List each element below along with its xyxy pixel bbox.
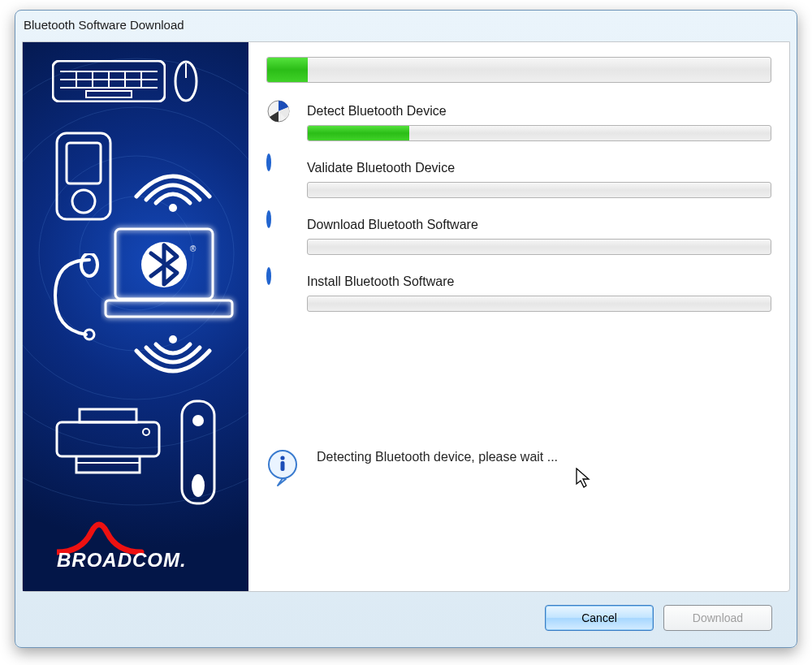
svg-rect-26 — [106, 300, 232, 317]
step-progress-bar — [307, 125, 771, 141]
svg-point-40 — [280, 456, 284, 460]
svg-point-19 — [72, 190, 95, 213]
download-button: Download — [663, 605, 772, 631]
step-progress-fill — [308, 126, 409, 140]
svg-rect-31 — [57, 422, 159, 456]
svg-rect-24 — [106, 300, 232, 317]
step-row: Validate Bluetooth Device — [266, 158, 771, 206]
svg-rect-9 — [86, 91, 132, 97]
svg-point-33 — [143, 429, 149, 435]
pie-progress-icon — [266, 99, 291, 123]
svg-rect-17 — [57, 133, 110, 219]
pending-step-icon — [266, 270, 291, 294]
svg-text:BROADCOM.: BROADCOM. — [57, 549, 187, 570]
svg-point-29 — [169, 335, 177, 343]
svg-point-35 — [192, 415, 204, 426]
headset-icon — [49, 253, 106, 343]
laptop-bluetooth-icon: ® — [101, 221, 239, 335]
step-label: Install Bluetooth Software — [307, 274, 771, 289]
pending-step-icon — [266, 156, 291, 180]
step-row: Install Bluetooth Software — [266, 271, 771, 320]
cancel-button[interactable]: Cancel — [545, 605, 654, 631]
step-label: Validate Bluetooth Device — [307, 161, 771, 175]
step-progress-bar — [307, 296, 771, 312]
svg-rect-18 — [67, 143, 101, 184]
step-row: Download Bluetooth Software — [266, 214, 771, 263]
svg-point-20 — [169, 204, 177, 212]
step-progress-bar — [307, 239, 771, 255]
info-icon — [266, 450, 299, 487]
pending-step-icon — [266, 213, 291, 237]
footer: Cancel Download — [22, 595, 790, 641]
overall-progress-fill — [267, 58, 308, 82]
status-text: Detecting Bluetooth device, please wait … — [317, 450, 558, 464]
svg-rect-30 — [80, 409, 136, 422]
left-art-panel: ® — [23, 42, 248, 591]
svg-point-21 — [81, 253, 97, 276]
svg-point-36 — [192, 474, 205, 497]
mouse-icon — [174, 60, 198, 102]
step-label: Download Bluetooth Software — [307, 218, 771, 232]
step-progress-bar — [307, 182, 771, 198]
svg-text:®: ® — [190, 244, 197, 253]
printer-icon — [55, 408, 161, 481]
bluetooth-download-window: Bluetooth Software Download — [15, 10, 797, 648]
step-label: Detect Bluetooth Device — [307, 104, 771, 119]
titlebar[interactable]: Bluetooth Software Download — [15, 11, 797, 38]
overall-progress-bar — [266, 57, 771, 83]
window-body: ® — [22, 41, 790, 592]
right-panel: Detect Bluetooth Device Validate Bluetoo… — [248, 42, 789, 591]
status-row: Detecting Bluetooth device, please wait … — [266, 450, 771, 487]
wifi-top-icon — [128, 148, 218, 213]
remote-icon — [180, 399, 216, 505]
window-title: Bluetooth Software Download — [24, 18, 184, 32]
keyboard-icon — [52, 60, 166, 102]
svg-rect-41 — [281, 461, 285, 471]
broadcom-logo-icon: BROADCOM. — [57, 513, 227, 570]
step-row: Detect Bluetooth Device — [266, 101, 771, 149]
wifi-bottom-icon — [128, 335, 218, 399]
phone-icon — [55, 132, 112, 221]
